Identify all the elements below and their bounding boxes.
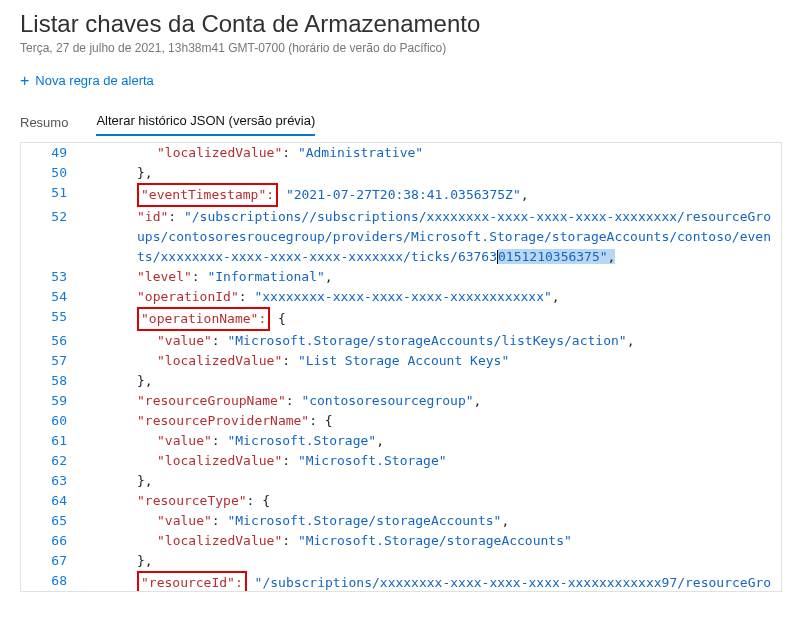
line-number: 60 [21,411,77,431]
line-number: 51 [21,183,77,203]
json-value: "/subscriptions//subscriptions/xxxxxxxx-… [137,209,771,264]
json-key: "resourceProviderName" [137,413,309,428]
line-number: 65 [21,511,77,531]
line-number: 54 [21,287,77,307]
tab-summary[interactable]: Resumo [20,115,68,136]
tabs: Resumo Alterar histórico JSON (versão pr… [20,113,782,136]
page-subtitle: Terça, 27 de julho de 2021, 13h38m41 GMT… [20,41,782,55]
code-line: 53 "level": "Informational", [21,267,781,287]
tab-json-history[interactable]: Alterar histórico JSON (versão prévia) [96,113,315,136]
code-line: 54 "operationId": "xxxxxxxx-xxxx-xxxx-xx… [21,287,781,307]
json-key: "resourceType" [137,493,247,508]
code-line: 66 "localizedValue": "Microsoft.Storage/… [21,531,781,551]
json-value: "List Storage Account Keys" [298,353,509,368]
json-key: "resourceGroupName" [137,393,286,408]
json-key: "localizedValue" [157,353,282,368]
json-pun: }, [137,373,153,388]
json-key: "eventTimestamp": [141,187,274,202]
code-line: 50 }, [21,163,781,183]
code-line: 59 "resourceGroupName": "contosoresource… [21,391,781,411]
code-line: 62 "localizedValue": "Microsoft.Storage" [21,451,781,471]
json-key: "resourceId": [141,575,243,590]
json-viewer[interactable]: 49 "localizedValue": "Administrative" 50… [20,142,782,592]
json-value: "Administrative" [298,145,423,160]
json-value: "Microsoft.Storage/storageAccounts" [298,533,572,548]
json-key: "id" [137,209,168,224]
json-key: "value" [157,433,212,448]
code-line: 60 "resourceProviderName": { [21,411,781,431]
line-number: 50 [21,163,77,183]
json-value: "contosoresourcegroup" [301,393,473,408]
text-selection: 0151210356375 [498,249,600,264]
code-line: 63 }, [21,471,781,491]
json-pun: }, [137,473,153,488]
json-value: "Microsoft.Storage/storageAccounts" [227,513,501,528]
line-number: 61 [21,431,77,451]
line-number: 56 [21,331,77,351]
code-line: 49 "localizedValue": "Administrative" [21,143,781,163]
line-number: 63 [21,471,77,491]
json-key: "level" [137,269,192,284]
code-line: 65 "value": "Microsoft.Storage/storageAc… [21,511,781,531]
line-number: 64 [21,491,77,511]
json-key: "value" [157,513,212,528]
code-line: 51 "eventTimestamp": "2021-07-27T20:38:4… [21,183,781,207]
line-number: 68 [21,571,77,591]
new-alert-rule-label: Nova regra de alerta [35,73,154,88]
toolbar: + Nova regra de alerta [20,73,782,89]
line-number: 49 [21,143,77,163]
json-key: "operationName": [141,311,266,326]
code-line: 55 "operationName": { [21,307,781,331]
json-value: "Microsoft.Storage" [298,453,447,468]
json-value: "Informational" [207,269,324,284]
json-value: "Microsoft.Storage/storageAccounts/listK… [227,333,626,348]
plus-icon: + [20,73,29,89]
highlight-event-timestamp: "eventTimestamp": [137,183,278,207]
highlight-resource-id: "resourceId": [137,571,247,592]
json-key: "localizedValue" [157,145,282,160]
page-title: Listar chaves da Conta de Armazenamento [20,10,782,39]
code-line: 61 "value": "Microsoft.Storage", [21,431,781,451]
json-value: "Microsoft.Storage" [227,433,376,448]
line-number: 59 [21,391,77,411]
json-value: "2021-07-27T20:38:41.0356375Z" [286,187,521,202]
code-line: 52 "id": "/subscriptions//subscriptions/… [21,207,781,267]
code-line: 68 "resourceId": "/subscriptions/xxxxxxx… [21,571,781,592]
code-line: 64 "resourceType": { [21,491,781,511]
json-key: "value" [157,333,212,348]
code-line: 67 }, [21,551,781,571]
line-number: 53 [21,267,77,287]
new-alert-rule-button[interactable]: + Nova regra de alerta [20,73,154,89]
line-number: 66 [21,531,77,551]
json-key: "operationId" [137,289,239,304]
json-pun: }, [137,165,153,180]
code-line: 56 "value": "Microsoft.Storage/storageAc… [21,331,781,351]
line-number: 55 [21,307,77,327]
json-key: "localizedValue" [157,453,282,468]
json-key: "localizedValue" [157,533,282,548]
line-number: 67 [21,551,77,571]
line-number: 52 [21,207,77,227]
code-line: 57 "localizedValue": "List Storage Accou… [21,351,781,371]
line-number: 58 [21,371,77,391]
code-line: 58 }, [21,371,781,391]
highlight-operation-name: "operationName": [137,307,270,331]
line-number: 57 [21,351,77,371]
line-number: 62 [21,451,77,471]
json-pun: }, [137,553,153,568]
json-value: "xxxxxxxx-xxxx-xxxx-xxxx-xxxxxxxxxxxx" [254,289,551,304]
